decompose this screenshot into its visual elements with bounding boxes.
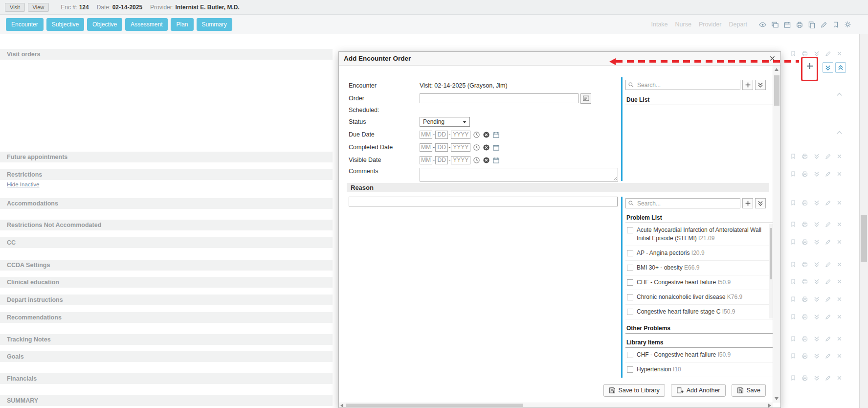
problem-list-item[interactable]: CHF - Congestive heart failure I50.9 [625,275,773,290]
scroll-down-arrow[interactable] [775,397,779,400]
page-vertical-scrollbar[interactable] [859,34,868,408]
pencil-icon[interactable] [825,153,831,159]
clear-date-icon[interactable] [483,131,490,138]
close-icon[interactable] [837,353,842,359]
scroll-left-arrow[interactable] [340,404,343,408]
bookmark-icon[interactable] [790,353,796,359]
add-problem-button[interactable] [742,198,753,208]
problem-list-item[interactable]: AP - Angina pectoris I20.9 [625,246,773,261]
due-search-input[interactable] [636,81,738,89]
clear-date-icon[interactable] [483,144,490,151]
chevron-double-down-icon[interactable] [814,261,820,268]
chevron-double-down-icon[interactable] [814,171,820,177]
close-icon[interactable] [837,222,842,227]
bookmark-icon[interactable] [790,153,796,159]
problem-list-item[interactable]: Chronic nonalcoholic liver disease K76.9 [625,290,773,305]
modal-horizontal-scrollbar[interactable] [339,403,773,408]
visible-date-dd[interactable] [435,156,448,164]
visible-date-mm[interactable] [420,156,432,164]
chevron-double-down-icon[interactable] [814,314,820,320]
library-list-item[interactable]: Hypertension I10 [625,363,773,377]
pencil-icon[interactable] [825,239,831,245]
printer-icon[interactable] [801,200,808,206]
status-select[interactable]: Pending [420,117,470,127]
chevron-double-down-icon[interactable] [814,278,820,285]
close-icon[interactable] [769,55,776,62]
printer-icon[interactable] [801,336,808,342]
bookmark-icon[interactable] [790,221,796,227]
bookmark-icon[interactable] [790,314,796,320]
add-order-button[interactable] [804,60,816,72]
close-icon[interactable] [837,314,842,319]
pencil-icon[interactable] [825,353,831,359]
bookmark-icon[interactable] [790,278,796,285]
problem-checkbox[interactable] [627,265,633,271]
pencil-icon[interactable] [825,261,831,268]
clock-icon[interactable] [473,131,480,138]
printer-icon[interactable] [801,261,808,268]
comments-textarea[interactable] [420,168,618,181]
close-icon[interactable] [837,154,842,159]
chevron-double-down-icon[interactable] [814,221,820,227]
close-icon[interactable] [837,375,842,381]
bookmark-icon[interactable] [790,50,796,57]
library-item-checkbox[interactable] [627,352,633,358]
chevron-double-down-icon[interactable] [814,200,820,206]
close-icon[interactable] [837,296,842,302]
collapse-caret-icon[interactable] [836,92,843,96]
bookmark-icon[interactable] [790,296,796,302]
expand-problem-list-button[interactable] [755,198,766,208]
order-lookup-button[interactable] [580,93,591,104]
clear-date-icon[interactable] [483,157,490,164]
close-icon[interactable] [837,336,842,341]
close-icon[interactable] [837,279,842,284]
scroll-right-arrow[interactable] [768,404,771,408]
printer-icon[interactable] [801,296,808,302]
expand-all-button[interactable] [823,62,833,73]
problem-checkbox[interactable] [627,250,633,256]
modal-vertical-scrollbar[interactable] [773,66,780,403]
chevron-double-down-icon[interactable] [814,50,820,57]
due-date-mm[interactable] [420,131,432,139]
problem-checkbox[interactable] [627,309,633,315]
printer-icon[interactable] [801,221,808,227]
pencil-icon[interactable] [825,171,831,177]
printer-icon[interactable] [801,314,808,320]
pencil-icon[interactable] [825,314,831,320]
completed-date-mm[interactable] [420,143,432,152]
close-icon[interactable] [837,239,842,245]
chevron-double-down-icon[interactable] [814,153,820,159]
pencil-icon[interactable] [825,296,831,302]
bookmark-icon[interactable] [790,261,796,268]
problem-list-scrollbar[interactable] [769,224,773,318]
scrollbar-thumb[interactable] [346,404,523,407]
problem-list-item[interactable]: Congestive heart failure stage C I50.9 [625,305,773,319]
clock-icon[interactable] [473,157,480,164]
problem-search-box[interactable] [625,198,740,208]
printer-icon[interactable] [801,50,808,57]
problem-list-item[interactable]: Acute Myocardial Infarction of Anterolat… [625,223,773,246]
calendar-icon[interactable] [492,157,500,164]
chevron-double-down-icon[interactable] [814,239,820,245]
pencil-icon[interactable] [825,221,831,227]
pencil-icon[interactable] [825,278,831,285]
printer-icon[interactable] [801,278,808,285]
printer-icon[interactable] [801,375,808,381]
printer-icon[interactable] [801,239,808,245]
close-icon[interactable] [837,200,842,205]
close-icon[interactable] [837,51,842,56]
collapse-caret-icon[interactable] [836,130,843,135]
chevron-double-down-icon[interactable] [814,375,820,381]
save-button[interactable]: Save [732,384,766,397]
problem-search-input[interactable] [636,200,738,207]
clock-icon[interactable] [473,144,480,151]
reason-input[interactable] [349,197,618,206]
scrollbar-thumb[interactable] [770,228,772,279]
hide-inactive-link[interactable]: Hide Inactive [7,181,39,187]
problem-list-item[interactable]: BMI 30+ - obesity E66.9 [625,261,773,275]
due-date-dd[interactable] [435,131,448,139]
library-item-checkbox[interactable] [627,366,633,373]
bookmark-icon[interactable] [790,375,796,381]
bookmark-icon[interactable] [790,171,796,177]
due-date-yyyy[interactable] [451,131,470,139]
